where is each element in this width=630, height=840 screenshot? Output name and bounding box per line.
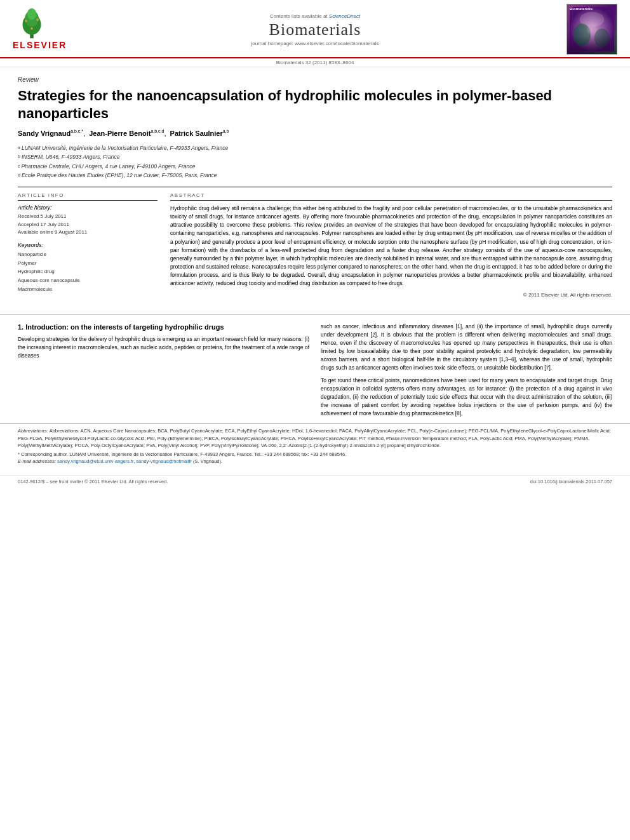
copyright-line: © 2011 Elsevier Ltd. All rights reserved… (170, 292, 612, 298)
abstract-text: Hydrophilic drug delivery still remains … (170, 204, 612, 288)
elsevier-logo: ELSEVIER (13, 8, 89, 50)
available-date: Available online 9 August 2011 (18, 229, 158, 237)
abbreviations-text: Abbreviations: ACN, Aqueous Core Nanocap… (18, 428, 611, 448)
elsevier-logo-area: ELSEVIER (13, 8, 89, 50)
abstract-column: ABSTRACT Hydrophilic drug delivery still… (170, 192, 612, 298)
body-col-right: such as cancer, infectious and inflammat… (321, 323, 612, 422)
doi-text: doi:10.1016/j.biomaterials.2011.07.057 (530, 479, 612, 484)
footnote-area: Abbreviations: Abbreviations: ACN, Aqueo… (0, 423, 630, 469)
body-columns: 1. Introduction: on the interests of tar… (0, 323, 630, 422)
keyword-2: Polymer (18, 259, 158, 268)
author-2-name: Jean-Pierre Benoit (89, 130, 151, 137)
journal-meta-top: Contents lists available at ScienceDirec… (89, 13, 541, 19)
journal-citation: Biomaterials 32 (2011) 8593–8604 (276, 60, 354, 65)
affiliations: a LUNAM Université, Ingénierie de la Vec… (18, 144, 612, 180)
corresponding-author-footnote: * Corresponding author. LUNAM Université… (18, 451, 612, 458)
article-history: Article history: Received 5 July 2011 Ac… (18, 204, 158, 237)
svg-point-4 (25, 20, 27, 22)
journal-title-area: Contents lists available at ScienceDirec… (89, 10, 541, 49)
author-3-name: Patrick Saulnier (170, 130, 223, 137)
article-content: Review Strategies for the nanoencapsulat… (0, 67, 630, 307)
intro-col2-para1: such as cancer, infectious and inflammat… (321, 323, 612, 373)
section-divider (0, 314, 630, 315)
email-link-2[interactable]: sandy-vrignaud@hotmailfr (136, 458, 192, 464)
article-type: Review (18, 76, 612, 83)
email-link-1[interactable]: sandy.vrignaud@etud.univ-angers.fr (57, 458, 133, 464)
affiliation-b: b INSERM, U646, F-49933 Angers, France (18, 153, 612, 162)
author-1-name: Sandy Vrignaud (18, 130, 70, 137)
issn-text: 0142-9612/$ – see front matter © 2011 El… (18, 479, 168, 484)
abstract-header: ABSTRACT (170, 192, 612, 201)
intro-section-title: 1. Introduction: on the interests of tar… (18, 323, 309, 331)
keyword-5: Macromolecule (18, 285, 158, 294)
cover-label: Biomaterials (570, 7, 593, 11)
journal-cover-image: Biomaterials (566, 4, 617, 55)
svg-point-6 (30, 27, 33, 30)
keywords-title: Keywords: (18, 242, 158, 248)
intro-col2-para2: To get round these critical points, nano… (321, 377, 612, 418)
abbreviations-footnote: Abbreviations: Abbreviations: ACN, Aqueo… (18, 427, 612, 449)
keyword-4: Aqueous-core nanocapsule (18, 276, 158, 285)
affiliation-a: a LUNAM Université, Ingénierie de la Vec… (18, 144, 612, 153)
intro-para-1: Developing strategies for the delivery o… (18, 335, 309, 361)
keyword-1: Nanoparticle (18, 250, 158, 259)
svg-point-10 (594, 29, 609, 47)
page-wrapper: ELSEVIER Contents lists available at Sci… (0, 0, 630, 840)
svg-point-11 (587, 24, 597, 34)
body-col-left: 1. Introduction: on the interests of tar… (18, 323, 309, 422)
keyword-3: Hydrophilic drug (18, 267, 158, 276)
affil-a-text: LUNAM Université, Ingénierie de la Vecto… (22, 144, 228, 153)
article-info-header: ARTICLE INFO (18, 192, 158, 201)
citation-bar: Biomaterials 32 (2011) 8593–8604 (0, 58, 630, 67)
affil-d-text: Ecole Pratique des Hautes Etudes (EPHE),… (22, 171, 217, 180)
info-abstract-section: ARTICLE INFO Article history: Received 5… (18, 187, 612, 298)
sciencedirect-link[interactable]: ScienceDirect (329, 13, 360, 19)
svg-point-3 (27, 8, 37, 20)
svg-point-5 (36, 18, 39, 21)
affiliation-c: c Pharmacie Centrale, CHU Angers, 4 rue … (18, 163, 612, 171)
journal-homepage: journal homepage: www.elsevier.com/locat… (89, 41, 541, 46)
keywords-section: Keywords: Nanoparticle Polymer Hydrophil… (18, 242, 158, 293)
sciencedirect-line: Contents lists available at ScienceDirec… (270, 13, 360, 19)
journal-name: Biomaterials (89, 20, 541, 39)
article-title: Strategies for the nanoencapsulation of … (18, 87, 612, 122)
affiliation-d: d Ecole Pratique des Hautes Etudes (EPHE… (18, 171, 612, 180)
homepage-text: journal homepage: www.elsevier.com/locat… (251, 41, 379, 46)
history-title: Article history: (18, 204, 158, 211)
author-1-sup: a,b,c,* (70, 129, 83, 133)
elsevier-wordmark: ELSEVIER (13, 40, 67, 50)
bottom-bar: 0142-9612/$ – see front matter © 2011 El… (0, 476, 630, 487)
affil-b-text: INSERM, U646, F-49933 Angers, France (22, 153, 120, 162)
abbreviations-label: Abbreviations: (18, 428, 50, 434)
sciencedirect-prefix: Contents lists available at (270, 13, 328, 19)
cover-art (570, 6, 614, 52)
journal-cover-area: Biomaterials (541, 4, 617, 55)
email-label: E-mail addresses: (18, 458, 57, 464)
received-date: Received 5 July 2011 (18, 213, 158, 221)
accepted-date: Accepted 17 July 2011 (18, 221, 158, 229)
email-footnote: E-mail addresses: sandy.vrignaud@etud.un… (18, 458, 612, 465)
author-3-sup: a,b (223, 129, 229, 133)
author-2-sup: a,b,c,d (151, 129, 164, 133)
journal-header: ELSEVIER Contents lists available at Sci… (0, 0, 630, 58)
elsevier-tree-icon (13, 8, 51, 40)
article-info-column: ARTICLE INFO Article history: Received 5… (18, 192, 158, 298)
affil-c-text: Pharmacie Centrale, CHU Angers, 4 rue La… (22, 163, 196, 171)
authors-line: Sandy Vrignauda,b,c,*, Jean-Pierre Benoi… (18, 128, 612, 139)
